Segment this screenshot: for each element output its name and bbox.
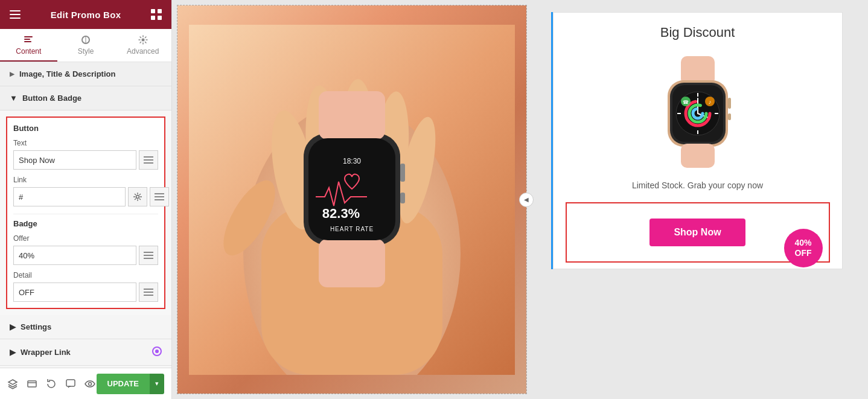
watch-background-image: 18:30 82.3% HEART RATE — [189, 25, 515, 375]
watch-image-container: 18:30 82.3% HEART RATE — [177, 5, 526, 394]
badge-circle: 40% OFF — [784, 229, 823, 267]
svg-text:18:30: 18:30 — [343, 157, 361, 165]
comment-icon[interactable] — [65, 378, 76, 389]
layers-icon[interactable] — [7, 378, 18, 389]
collapse-toggle[interactable]: ◀ — [519, 193, 534, 207]
offer-input[interactable] — [13, 246, 136, 265]
button-badge-arrow: ▼ — [10, 94, 18, 103]
svg-text:♪: ♪ — [708, 99, 711, 105]
settings-section-header[interactable]: ▶ Settings — [0, 315, 171, 339]
sidebar-title: Edit Promo Box — [51, 10, 121, 20]
grid-icon[interactable] — [151, 9, 162, 20]
detail-align-lines-icon — [144, 289, 153, 296]
tab-advanced-label: Advanced — [127, 47, 159, 56]
detail-align-icon[interactable] — [139, 282, 158, 302]
text-field-label: Text — [13, 139, 158, 147]
offer-align-lines-icon — [144, 252, 153, 259]
stack-icon[interactable] — [27, 378, 37, 389]
link-input-row — [13, 187, 158, 206]
tab-content-label: Content — [16, 47, 41, 56]
image-section-arrow: ▶ — [10, 71, 14, 77]
promo-action-area: Shop Now 40% OFF — [566, 202, 830, 263]
svg-point-9 — [136, 196, 139, 199]
preview-right: Big Discount — [527, 0, 868, 399]
offer-field-label: Offer — [13, 234, 158, 243]
align-lines-icon — [144, 156, 153, 164]
preview-left: 18:30 82.3% HEART RATE ◀ — [177, 5, 527, 394]
wrapper-link-icon — [152, 346, 162, 358]
promo-watch-svg: ☎ ♪ — [649, 53, 746, 168]
promo-watch-image: ☎ ♪ — [643, 50, 752, 171]
divider — [13, 214, 158, 214]
svg-rect-33 — [400, 193, 405, 203]
tab-style[interactable]: Style — [57, 29, 115, 62]
svg-rect-54 — [681, 144, 715, 168]
svg-rect-5 — [24, 39, 30, 40]
svg-text:HEART RATE: HEART RATE — [330, 226, 374, 232]
svg-rect-27 — [319, 239, 385, 287]
button-badge-inner-box: Button Text Link — [6, 117, 165, 309]
detail-input[interactable] — [13, 282, 136, 302]
tab-content[interactable]: Content — [0, 29, 57, 62]
wrapper-link-section-header[interactable]: ▶ Wrapper Link — [0, 339, 171, 366]
svg-rect-3 — [158, 16, 162, 20]
svg-rect-26 — [319, 91, 385, 139]
sidebar-content: ▶ Image, Title & Description ▼ Button & … — [0, 62, 171, 368]
svg-rect-4 — [24, 36, 33, 37]
svg-rect-52 — [728, 98, 731, 109]
image-section-header[interactable]: ▶ Image, Title & Description — [0, 62, 171, 86]
wrapper-link-label: Wrapper Link — [21, 348, 71, 357]
history-icon[interactable] — [46, 378, 57, 389]
settings-label: Settings — [21, 322, 51, 331]
link-gear-icon[interactable] — [128, 187, 147, 206]
svg-rect-0 — [151, 9, 155, 13]
svg-rect-1 — [158, 9, 162, 13]
promo-subtitle: Limited Stock. Grab your copy now — [632, 180, 763, 190]
badge-line1: 40% — [794, 238, 811, 248]
badge-line2: OFF — [795, 248, 812, 258]
promo-card: Big Discount — [553, 12, 843, 269]
image-section-label: Image, Title & Description — [19, 69, 115, 78]
button-badge-label: Button & Badge — [22, 94, 81, 103]
detail-field-label: Detail — [13, 271, 158, 279]
footer-icons — [7, 378, 95, 389]
sidebar-tabs: Content Style Advanced — [0, 29, 171, 62]
svg-text:☎: ☎ — [683, 100, 689, 105]
button-text-input[interactable] — [13, 150, 136, 170]
text-input-row — [13, 150, 158, 170]
link-align-icon[interactable] — [150, 187, 169, 206]
tab-style-label: Style — [78, 47, 94, 56]
svg-point-8 — [141, 39, 144, 42]
update-btn-group: UPDATE ▾ — [97, 374, 164, 394]
link-field-label: Link — [13, 176, 158, 184]
badge-group-title: Badge — [13, 219, 158, 228]
svg-point-11 — [155, 350, 159, 353]
svg-rect-2 — [151, 16, 155, 20]
tab-advanced[interactable]: Advanced — [114, 29, 171, 62]
update-button[interactable]: UPDATE — [97, 374, 150, 394]
svg-rect-12 — [28, 381, 36, 387]
sidebar: Edit Promo Box Content Style Advanced ▶ … — [0, 0, 172, 399]
wrapper-arrow: ▶ — [10, 348, 16, 357]
button-badge-header[interactable]: ▼ Button & Badge — [0, 86, 171, 110]
button-group-title: Button — [13, 124, 158, 133]
update-arrow-button[interactable]: ▾ — [150, 374, 164, 394]
update-arrow-icon: ▾ — [155, 380, 159, 388]
main-area: 18:30 82.3% HEART RATE ◀ Big Di — [172, 0, 868, 399]
text-align-icon[interactable] — [139, 150, 158, 170]
svg-rect-53 — [728, 113, 731, 120]
svg-rect-14 — [66, 380, 75, 386]
shop-now-button[interactable]: Shop Now — [649, 219, 745, 246]
sidebar-header: Edit Promo Box — [0, 0, 171, 29]
eye-icon[interactable] — [85, 378, 95, 389]
svg-rect-32 — [400, 164, 405, 182]
offer-align-icon[interactable] — [139, 246, 158, 265]
promo-title: Big Discount — [660, 25, 735, 40]
link-input[interactable] — [13, 187, 126, 206]
svg-point-15 — [89, 382, 92, 385]
detail-input-row — [13, 282, 158, 302]
hamburger-icon[interactable] — [10, 10, 21, 19]
link-align-lines-icon — [155, 193, 164, 200]
offer-input-row — [13, 246, 158, 265]
sidebar-footer: UPDATE ▾ — [0, 368, 171, 399]
